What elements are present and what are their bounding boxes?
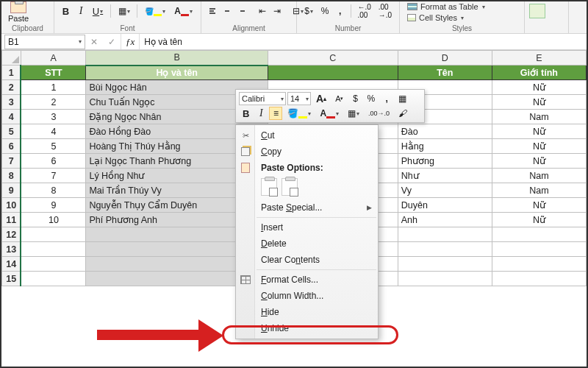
cancel-formula-button[interactable]: ✕	[85, 37, 103, 47]
cell-empty[interactable]	[21, 257, 86, 272]
row-header-12[interactable]: 12	[2, 227, 21, 242]
cell-empty[interactable]	[492, 272, 586, 286]
cell-ten[interactable]: Anh	[398, 213, 492, 227]
formula-value[interactable]: Họ và tên	[140, 37, 587, 47]
decrease-font-button[interactable]: A▾	[331, 92, 347, 105]
cell-gioi-tinh[interactable]: Nữ	[492, 80, 586, 95]
cell-empty[interactable]	[398, 272, 492, 286]
align-center-button[interactable]: ≡	[269, 107, 282, 120]
percent-button[interactable]: %	[363, 92, 379, 105]
menu-format-cells[interactable]: Format Cells...	[257, 272, 376, 288]
cell-stt[interactable]: 2	[21, 95, 86, 110]
row-header-2[interactable]: 2	[2, 80, 21, 95]
cell-stt[interactable]: 6	[21, 154, 86, 169]
column-header-A[interactable]: A	[21, 51, 86, 66]
row-header-3[interactable]: 3	[2, 95, 21, 110]
cell-empty[interactable]	[21, 272, 86, 286]
bold-button[interactable]: B	[239, 107, 253, 120]
format-as-table-button[interactable]: Format as Table▾	[404, 1, 488, 12]
row-header-11[interactable]: 11	[2, 213, 21, 227]
cell-ten[interactable]: Vy	[398, 183, 492, 198]
cell-gioi-tinh[interactable]: Nữ	[492, 213, 586, 227]
comma-button[interactable]: ,	[334, 4, 347, 18]
increase-decimal-button[interactable]: ←.0.00	[355, 4, 374, 18]
accounting-button[interactable]: $▾	[301, 4, 316, 18]
menu-paste-special[interactable]: Paste Special...▶	[257, 199, 376, 216]
header-cell[interactable]: Tên	[398, 66, 492, 80]
decrease-decimal-button[interactable]: .00→.0	[376, 4, 395, 18]
cell-stt[interactable]: 4	[21, 124, 86, 139]
cell-stt[interactable]: 10	[21, 213, 86, 227]
cell-empty[interactable]	[492, 227, 586, 242]
cell-empty[interactable]	[398, 257, 492, 272]
fill-color-button[interactable]: 🪣▾	[284, 107, 315, 120]
header-cell[interactable]: Giới tính	[492, 66, 586, 80]
underline-button[interactable]: U▾	[89, 4, 107, 18]
cell-empty[interactable]	[492, 257, 586, 272]
paste-option-keep-source[interactable]	[261, 178, 277, 196]
cond-format-button[interactable]: ▦	[395, 92, 410, 105]
comma-button[interactable]: ,	[380, 92, 393, 105]
font-color-button[interactable]: A▾	[171, 4, 196, 18]
accounting-button[interactable]: $	[348, 92, 362, 105]
menu-delete[interactable]: Delete	[257, 236, 376, 252]
cell-gioi-tinh[interactable]: Nam	[492, 169, 586, 183]
row-header-4[interactable]: 4	[2, 110, 21, 124]
menu-hide[interactable]: Hide	[257, 304, 376, 320]
enter-formula-button[interactable]: ✓	[103, 37, 121, 47]
align-right-button[interactable]	[235, 4, 248, 18]
font-size-select[interactable]: 14▾	[287, 92, 311, 105]
font-color-button[interactable]: A▾	[316, 107, 343, 120]
menu-copy[interactable]: Copy	[257, 144, 376, 160]
cell-stt[interactable]: 9	[21, 198, 86, 213]
cell-ten[interactable]: Duyên	[398, 198, 492, 213]
cell-stt[interactable]: 3	[21, 110, 86, 124]
row-header-10[interactable]: 10	[2, 198, 21, 213]
menu-column-width[interactable]: Column Width...	[257, 288, 376, 304]
italic-button[interactable]: I	[74, 4, 87, 18]
cell-gioi-tinh[interactable]: Nam	[492, 183, 586, 198]
cell-ten[interactable]: Hằng	[398, 139, 492, 154]
select-all-corner[interactable]	[2, 51, 21, 66]
cell-empty[interactable]	[398, 227, 492, 242]
header-cell[interactable]	[268, 66, 398, 80]
indent-increase-button[interactable]: ⇥	[270, 4, 284, 18]
menu-clear-contents[interactable]: Clear Contents	[257, 252, 376, 268]
cell-ten[interactable]: Như	[398, 169, 492, 183]
cell-gioi-tinh[interactable]: Nữ	[492, 139, 586, 154]
cell-gioi-tinh[interactable]: Nữ	[492, 154, 586, 169]
row-header-5[interactable]: 5	[2, 124, 21, 139]
cell-stt[interactable]: 7	[21, 169, 86, 183]
column-header-D[interactable]: D	[398, 51, 492, 66]
cell-stt[interactable]: 5	[21, 139, 86, 154]
align-center-button[interactable]	[220, 4, 234, 18]
cell-gioi-tinh[interactable]: Nam	[492, 110, 586, 124]
row-header-15[interactable]: 15	[2, 272, 21, 286]
header-cell[interactable]: Họ và tên	[86, 66, 268, 80]
column-header-C[interactable]: C	[268, 51, 398, 66]
row-header-13[interactable]: 13	[2, 242, 21, 257]
paste-option-values[interactable]	[282, 178, 298, 196]
border-button[interactable]: ▦▾	[115, 4, 133, 18]
increase-font-button[interactable]: A▴	[312, 92, 330, 105]
row-header-7[interactable]: 7	[2, 154, 21, 169]
menu-cut[interactable]: Cut	[257, 127, 376, 144]
row-header-6[interactable]: 6	[2, 139, 21, 154]
decrease-decimal-button[interactable]: .00→.0	[365, 107, 393, 120]
cell-empty[interactable]	[21, 242, 86, 257]
cell-gioi-tinh[interactable]: Nữ	[492, 198, 586, 213]
row-header-8[interactable]: 8	[2, 169, 21, 183]
cell-gioi-tinh[interactable]: Nữ	[492, 124, 586, 139]
font-name-select[interactable]: Calibri▾	[239, 92, 286, 105]
cell-stt[interactable]: 1	[21, 80, 86, 95]
italic-button[interactable]: I	[254, 107, 268, 120]
name-box[interactable]: B1 ▾	[4, 35, 85, 49]
header-cell[interactable]: STT	[21, 66, 86, 80]
align-left-button[interactable]	[206, 4, 219, 18]
border-button[interactable]: ▦▾	[344, 107, 363, 120]
format-painter-button[interactable]: 🖌	[395, 107, 411, 120]
row-header-9[interactable]: 9	[2, 183, 21, 198]
bold-button[interactable]: B	[59, 4, 73, 18]
indent-decrease-button[interactable]: ⇤	[256, 4, 269, 18]
cell-empty[interactable]	[492, 242, 586, 257]
